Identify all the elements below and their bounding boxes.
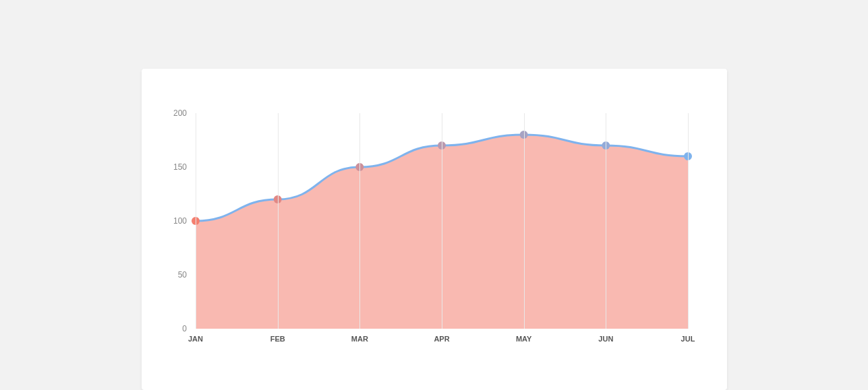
y-axis-tick: 100 <box>160 216 187 226</box>
grid-line <box>442 113 442 329</box>
x-axis-tick: JAN <box>188 335 203 343</box>
y-axis-tick: 50 <box>160 270 187 280</box>
grid-line <box>278 113 279 329</box>
x-axis-tick: MAY <box>516 335 531 343</box>
grid-line <box>196 113 196 329</box>
y-axis-tick: 150 <box>160 162 187 172</box>
x-axis-tick: JUL <box>681 335 695 343</box>
grid-line <box>524 113 525 329</box>
y-axis-tick: 0 <box>160 324 187 333</box>
x-axis-tick: FEB <box>270 335 285 343</box>
grid-line <box>688 113 689 329</box>
x-axis-tick: MAR <box>351 335 368 343</box>
y-axis-tick: 200 <box>160 108 187 118</box>
grid-line <box>359 113 360 329</box>
x-axis-tick: JUN <box>598 335 613 343</box>
x-axis-tick: APR <box>434 335 449 343</box>
grid-line <box>606 113 606 329</box>
